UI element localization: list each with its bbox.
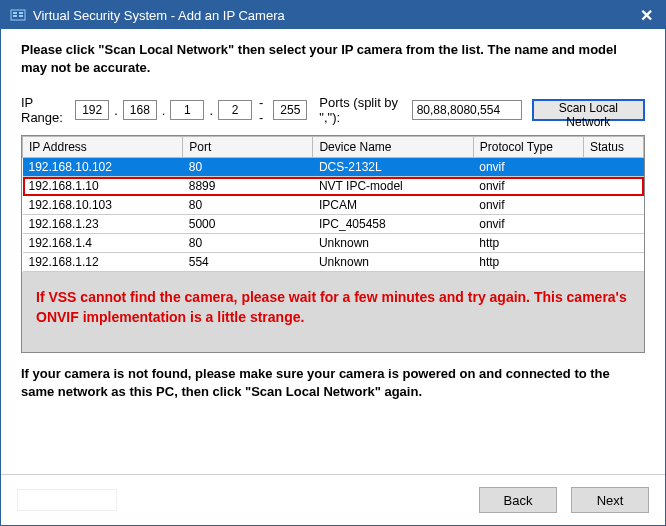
col-protocol[interactable]: Protocol Type (473, 137, 583, 158)
cell-status (583, 215, 643, 234)
ip-dot: . (113, 103, 119, 118)
instruction-text: Please click "Scan Local Network" then s… (21, 41, 645, 77)
back-button[interactable]: Back (479, 487, 557, 513)
svg-rect-1 (13, 12, 17, 14)
hint-area: If VSS cannot find the camera, please wa… (22, 272, 644, 351)
cell-device: IPCAM (313, 196, 473, 215)
cell-protocol: onvif (473, 196, 583, 215)
cell-status (583, 177, 643, 196)
camera-table-wrap: IP Address Port Device Name Protocol Typ… (21, 135, 645, 352)
svg-rect-3 (19, 12, 23, 14)
next-button[interactable]: Next (571, 487, 649, 513)
ip-range-label: IP Range: (21, 95, 69, 125)
col-status[interactable]: Status (583, 137, 643, 158)
table-row[interactable]: 192.168.1.480Unknownhttp (23, 234, 644, 253)
cell-protocol: onvif (473, 158, 583, 177)
hint-text: If VSS cannot find the camera, please wa… (36, 288, 630, 327)
col-ip[interactable]: IP Address (23, 137, 183, 158)
ip-octet-2[interactable] (123, 100, 157, 120)
cell-port: 80 (183, 234, 313, 253)
footer: Back Next (1, 474, 665, 525)
svg-rect-4 (19, 15, 23, 17)
content-area: Please click "Scan Local Network" then s… (1, 29, 665, 474)
cell-ip: 192.168.1.4 (23, 234, 183, 253)
ip-range-row: IP Range: . . . -- Ports (split by ","):… (21, 95, 645, 125)
col-port[interactable]: Port (183, 137, 313, 158)
table-row[interactable]: 192.168.1.108899NVT IPC-modelonvif (23, 177, 644, 196)
table-row[interactable]: 192.168.10.10280DCS-2132Lonvif (23, 158, 644, 177)
table-row[interactable]: 192.168.1.235000IPC_405458onvif (23, 215, 644, 234)
ip-dot: . (161, 103, 167, 118)
table-header-row: IP Address Port Device Name Protocol Typ… (23, 137, 644, 158)
col-device[interactable]: Device Name (313, 137, 473, 158)
svg-rect-2 (13, 15, 17, 17)
cell-device: IPC_405458 (313, 215, 473, 234)
cell-protocol: onvif (473, 215, 583, 234)
ip-dot: . (208, 103, 214, 118)
cell-ip: 192.168.1.10 (23, 177, 183, 196)
cell-ip: 192.168.10.103 (23, 196, 183, 215)
cell-protocol: onvif (473, 177, 583, 196)
footer-placeholder (17, 489, 117, 511)
cell-device: DCS-2132L (313, 158, 473, 177)
cell-device: Unknown (313, 253, 473, 272)
close-icon[interactable]: ✕ (636, 6, 657, 25)
ports-label: Ports (split by ","): (319, 95, 405, 125)
scan-local-network-button[interactable]: Scan Local Network (532, 99, 645, 121)
cell-port: 8899 (183, 177, 313, 196)
cell-status (583, 158, 643, 177)
camera-table: IP Address Port Device Name Protocol Typ… (22, 136, 644, 272)
cell-port: 5000 (183, 215, 313, 234)
cell-status (583, 196, 643, 215)
window-title: Virtual Security System - Add an IP Came… (33, 8, 636, 23)
cell-ip: 192.168.1.12 (23, 253, 183, 272)
table-row[interactable]: 192.168.10.10380IPCAMonvif (23, 196, 644, 215)
dialog-window: Virtual Security System - Add an IP Came… (0, 0, 666, 526)
ip-octet-5[interactable] (273, 100, 307, 120)
ip-dash: -- (256, 95, 269, 125)
app-icon (9, 6, 27, 24)
cell-port: 80 (183, 158, 313, 177)
cell-port: 554 (183, 253, 313, 272)
ip-octet-4[interactable] (218, 100, 252, 120)
cell-device: Unknown (313, 234, 473, 253)
cell-ip: 192.168.10.102 (23, 158, 183, 177)
cell-protocol: http (473, 234, 583, 253)
cell-protocol: http (473, 253, 583, 272)
ip-octet-3[interactable] (170, 100, 204, 120)
table-row[interactable]: 192.168.1.12554Unknownhttp (23, 253, 644, 272)
cell-status (583, 234, 643, 253)
cell-ip: 192.168.1.23 (23, 215, 183, 234)
table-body: 192.168.10.10280DCS-2132Lonvif192.168.1.… (23, 158, 644, 272)
cell-port: 80 (183, 196, 313, 215)
not-found-text: If your camera is not found, please make… (21, 365, 645, 401)
ports-input[interactable] (412, 100, 522, 120)
cell-device: NVT IPC-model (313, 177, 473, 196)
cell-status (583, 253, 643, 272)
ip-octet-1[interactable] (75, 100, 109, 120)
titlebar: Virtual Security System - Add an IP Came… (1, 1, 665, 29)
